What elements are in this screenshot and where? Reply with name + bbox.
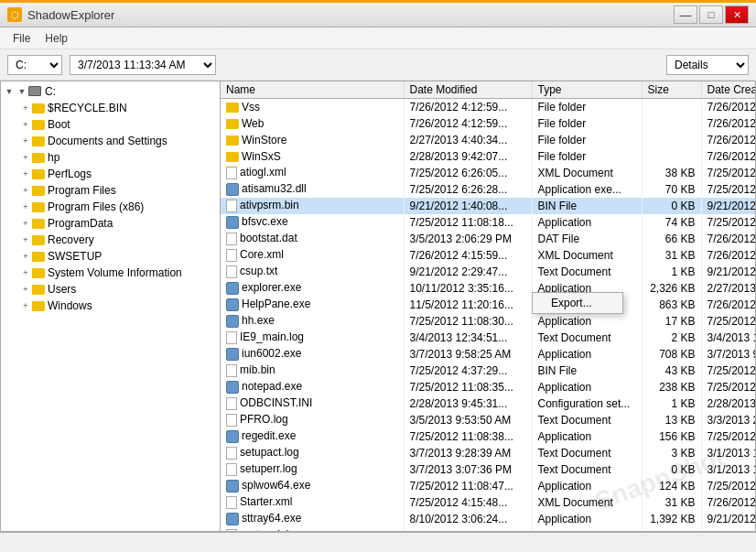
drive-select[interactable]: C: (7, 55, 62, 75)
table-row[interactable]: hh.exe7/25/2012 11:08:30...Application17… (221, 313, 755, 330)
table-row[interactable]: HelpPane.exe11/5/2012 11:20:16...Applica… (221, 297, 755, 313)
folder-icon (32, 202, 45, 212)
file-size: 1 KB (642, 527, 701, 532)
table-row[interactable]: sttray64.exe8/10/2012 3:06:24...Applicat… (221, 511, 755, 527)
table-row[interactable]: WinSxS2/28/2013 9:42:07...File folder7/2… (221, 148, 755, 165)
tree-expand-icon[interactable]: + (19, 151, 32, 164)
table-row[interactable]: IE9_main.log3/4/2013 12:34:51...Text Doc… (221, 330, 755, 346)
table-row[interactable]: regedit.exe7/25/2012 11:08:38...Applicat… (221, 428, 755, 445)
tree-item[interactable]: +Recovery (1, 232, 220, 248)
tree-item[interactable]: +Documents and Settings (1, 133, 220, 149)
file-size: 2 KB (642, 330, 701, 346)
file-panel[interactable]: Name Date Modified Type Size Date Create… (221, 81, 755, 531)
minimize-button[interactable]: — (674, 5, 697, 24)
file-name-text: notepad.exe (242, 380, 302, 393)
table-row[interactable]: ativpsrm.bin9/21/2012 1:40:08...BIN File… (221, 198, 755, 214)
file-date-created: 7/25/2012 9... (701, 379, 755, 395)
maximize-button[interactable]: □ (699, 5, 723, 24)
file-name-text: setupact.log (240, 446, 299, 459)
table-row[interactable]: system.ini7/26/2012 1:26:49...Configurat… (221, 527, 755, 532)
table-row[interactable]: bfsvc.exe7/25/2012 11:08:18...Applicatio… (221, 214, 755, 231)
file-icon (226, 200, 237, 212)
tree-item-label: System Volume Information (48, 266, 182, 279)
table-row[interactable]: Core.xml7/26/2012 4:15:59...XML Document… (221, 247, 755, 264)
tree-item-label: Boot (48, 118, 70, 131)
tree-item[interactable]: +System Volume Information (1, 265, 220, 281)
col-header-name[interactable]: Name (221, 81, 404, 99)
tree-expand-icon[interactable]: + (19, 184, 32, 197)
table-row[interactable]: WinStore2/27/2013 4:40:34...File folder7… (221, 132, 755, 148)
file-size (642, 148, 701, 165)
tree-expand-root2[interactable]: ▼ (16, 85, 28, 98)
col-header-date[interactable]: Date Modified (404, 81, 532, 99)
file-name-cell: notepad.exe (221, 379, 404, 395)
tree-expand-root[interactable]: ▼ (3, 85, 16, 98)
tree-item[interactable]: +$RECYCLE.BIN (1, 100, 220, 116)
table-row[interactable]: bootstat.dat3/5/2013 2:06:29 PMDAT File6… (221, 231, 755, 247)
tree-item[interactable]: +SWSETUP (1, 248, 220, 265)
table-row[interactable]: splwow64.exe7/25/2012 11:08:47...Applica… (221, 478, 755, 494)
file-date-created: 7/26/2012 4... (701, 99, 755, 115)
tree-expand-icon[interactable]: + (19, 266, 32, 279)
col-header-type[interactable]: Type (532, 81, 642, 99)
file-type: Application exe... (532, 181, 642, 198)
table-row[interactable]: setuperr.log3/7/2013 3:07:36 PMText Docu… (221, 461, 755, 478)
table-row[interactable]: atiogl.xml7/25/2012 6:26:05...XML Docume… (221, 165, 755, 181)
menu-file[interactable]: File (5, 30, 38, 47)
tree-item[interactable]: +PerfLogs (1, 166, 220, 182)
table-row[interactable]: iun6002.exe3/7/2013 9:58:25 AMApplicatio… (221, 346, 755, 363)
table-row[interactable]: explorer.exe10/11/2012 3:35:16...Applica… (221, 280, 755, 297)
file-type: BIN File (532, 363, 642, 379)
tree-expand-icon[interactable]: + (19, 250, 32, 263)
file-name-cell: hh.exe (221, 313, 404, 330)
file-icon (226, 315, 239, 328)
context-menu-export[interactable]: Export... (533, 293, 622, 313)
file-name-cell: ODBCINST.INI (221, 395, 404, 412)
col-header-datecreated[interactable]: Date Created ▲ (701, 81, 755, 99)
file-size: 0 KB (642, 461, 701, 478)
table-row[interactable]: notepad.exe7/25/2012 11:08:35...Applicat… (221, 379, 755, 395)
file-name-text: ODBCINST.INI (240, 396, 312, 409)
table-row[interactable]: mib.bin7/25/2012 4:37:29...BIN File43 KB… (221, 363, 755, 379)
tree-item[interactable]: +Users (1, 281, 220, 298)
tree-item-label: SWSETUP (48, 250, 102, 263)
file-type: XML Document (532, 494, 642, 511)
table-row[interactable]: ODBCINST.INI2/28/2013 9:45:31...Configur… (221, 395, 755, 412)
table-row[interactable]: setupact.log3/7/2013 9:28:39 AMText Docu… (221, 445, 755, 461)
tree-panel[interactable]: ▼ ▼ C: +$RECYCLE.BIN+Boot+Documents and … (1, 81, 221, 531)
tree-item[interactable]: +ProgramData (1, 215, 220, 232)
file-icon (226, 282, 239, 295)
file-name-cell: bootstat.dat (221, 231, 404, 247)
file-name-cell: regedit.exe (221, 428, 404, 445)
table-row[interactable]: atisamu32.dll7/25/2012 6:26:28...Applica… (221, 181, 755, 198)
table-row[interactable]: Starter.xml7/25/2012 4:15:48...XML Docum… (221, 494, 755, 511)
table-row[interactable]: Web7/26/2012 4:12:59...File folder7/26/2… (221, 115, 755, 132)
tree-item[interactable]: +hp (1, 149, 220, 166)
file-icon (226, 414, 237, 427)
tree-expand-icon[interactable]: + (19, 118, 32, 131)
tree-expand-icon[interactable]: + (19, 283, 32, 296)
tree-expand-icon[interactable]: + (19, 299, 32, 312)
tree-expand-icon[interactable]: + (19, 135, 32, 147)
tree-expand-icon[interactable]: + (19, 233, 32, 246)
table-row[interactable]: csup.txt9/21/2012 2:29:47...Text Documen… (221, 264, 755, 280)
tree-root[interactable]: ▼ ▼ C: (1, 83, 220, 100)
view-select[interactable]: Details List Icons (666, 55, 749, 75)
tree-expand-icon[interactable]: + (19, 217, 32, 230)
tree-expand-icon[interactable]: + (19, 168, 32, 180)
table-row[interactable]: Vss7/26/2012 4:12:59...File folder7/26/2… (221, 99, 755, 115)
close-button[interactable]: ✕ (725, 5, 749, 24)
tree-expand-icon[interactable]: + (19, 102, 32, 114)
tree-item[interactable]: +Boot (1, 116, 220, 133)
table-row[interactable]: PFRO.log3/5/2013 9:53:50 AMText Document… (221, 412, 755, 428)
tree-expand-icon[interactable]: + (19, 200, 32, 213)
file-name-cell: explorer.exe (221, 280, 404, 297)
date-select[interactable]: 3/7/2013 11:13:34 AM (70, 55, 216, 75)
file-date-created: 2/28/2013 9... (701, 395, 755, 412)
menu-help[interactable]: Help (38, 30, 75, 47)
file-size: 31 KB (642, 247, 701, 264)
tree-item[interactable]: +Windows (1, 298, 220, 314)
col-header-size[interactable]: Size (642, 81, 701, 99)
tree-item[interactable]: +Program Files (1, 182, 220, 199)
tree-item[interactable]: +Program Files (x86) (1, 199, 220, 215)
